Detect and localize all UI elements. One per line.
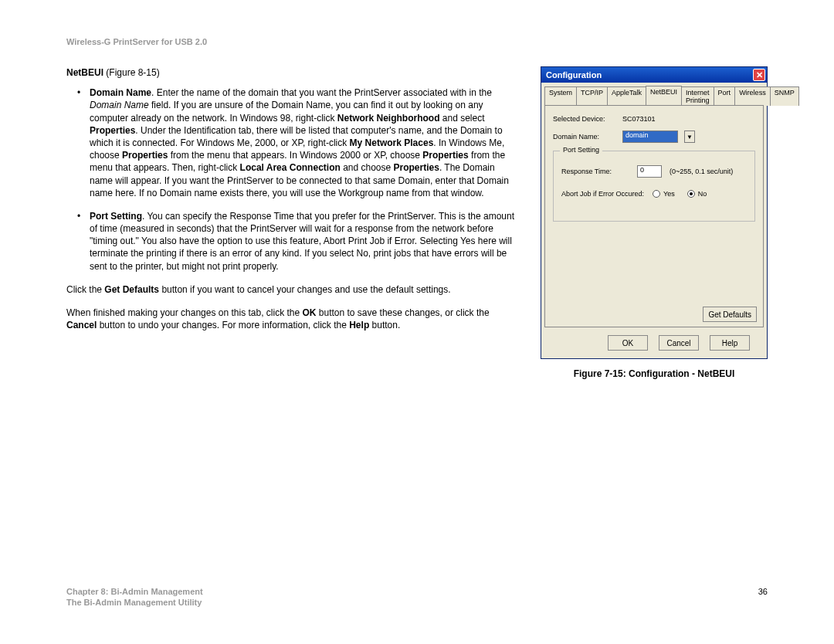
- abort-label: Abort Job if Error Occured:: [561, 190, 653, 198]
- close-icon[interactable]: ✕: [753, 69, 765, 81]
- tab-appletalk[interactable]: AppleTalk: [607, 86, 646, 106]
- doc-header: Wireless-G PrintServer for USB 2.0: [66, 37, 768, 46]
- radio-no[interactable]: No: [687, 190, 707, 198]
- ok-button[interactable]: OK: [608, 335, 648, 351]
- radio-yes[interactable]: Yes: [653, 190, 675, 198]
- bullet-domain-name: Domain Name. Enter the name of the domai…: [77, 86, 517, 199]
- tab-tcpip[interactable]: TCP/IP: [576, 86, 608, 106]
- dialog-titlebar: Configuration ✕: [541, 67, 767, 83]
- tab-snmp[interactable]: SNMP: [770, 86, 799, 106]
- section-title: NetBEUI (Figure 8-15): [66, 66, 517, 79]
- response-time-input[interactable]: 0: [637, 165, 662, 178]
- tab-port[interactable]: Port: [714, 86, 736, 106]
- config-dialog: Configuration ✕ System TCP/IP AppleTalk …: [541, 66, 768, 359]
- para-get-defaults: Click the Get Defaults button if you wan…: [66, 283, 517, 296]
- para-ok-cancel-help: When finished making your changes on thi…: [66, 307, 517, 331]
- selected-device-value: SC073101: [622, 115, 656, 123]
- footer-sub: The Bi-Admin Management Utility: [66, 598, 203, 607]
- tab-internet-print[interactable]: Internet Printing: [681, 86, 714, 106]
- page-number: 36: [758, 587, 768, 607]
- help-button[interactable]: Help: [710, 335, 750, 351]
- footer-chapter: Chapter 8: Bi-Admin Management: [66, 587, 203, 596]
- figure-column: Configuration ✕ System TCP/IP AppleTalk …: [541, 66, 768, 379]
- page-footer: Chapter 8: Bi-Admin Management The Bi-Ad…: [66, 587, 768, 607]
- domain-name-label: Domain Name:: [553, 133, 622, 141]
- tab-wireless[interactable]: Wireless: [734, 86, 771, 106]
- fieldset-legend: Port Setting: [560, 146, 602, 154]
- tab-panel-netbeui: Selected Device: SC073101 Domain Name: d…: [544, 105, 764, 327]
- cancel-button[interactable]: Cancel: [659, 335, 699, 351]
- response-time-label: Response Time:: [561, 168, 637, 175]
- port-setting-fieldset: Port Setting Response Time: 0 (0~255, 0.…: [553, 151, 755, 222]
- dialog-button-bar: OK Cancel Help: [541, 330, 767, 358]
- selected-device-label: Selected Device:: [553, 115, 622, 123]
- domain-name-input[interactable]: domain: [622, 130, 678, 143]
- dialog-title: Configuration: [546, 70, 602, 80]
- chevron-down-icon[interactable]: ▼: [684, 130, 695, 143]
- tab-system[interactable]: System: [544, 86, 577, 106]
- get-defaults-button[interactable]: Get Defaults: [703, 307, 757, 322]
- response-time-hint: (0~255, 0.1 sec/unit): [670, 168, 733, 175]
- dialog-tabs: System TCP/IP AppleTalk NetBEUI Internet…: [544, 86, 764, 105]
- tab-netbeui[interactable]: NetBEUI: [646, 86, 682, 105]
- bullet-port-setting: Port Setting. You can specify the Respon…: [77, 210, 517, 273]
- figure-caption: Figure 7-15: Configuration - NetBEUI: [541, 368, 768, 379]
- text-column: NetBEUI (Figure 8-15) Domain Name. Enter…: [66, 66, 517, 379]
